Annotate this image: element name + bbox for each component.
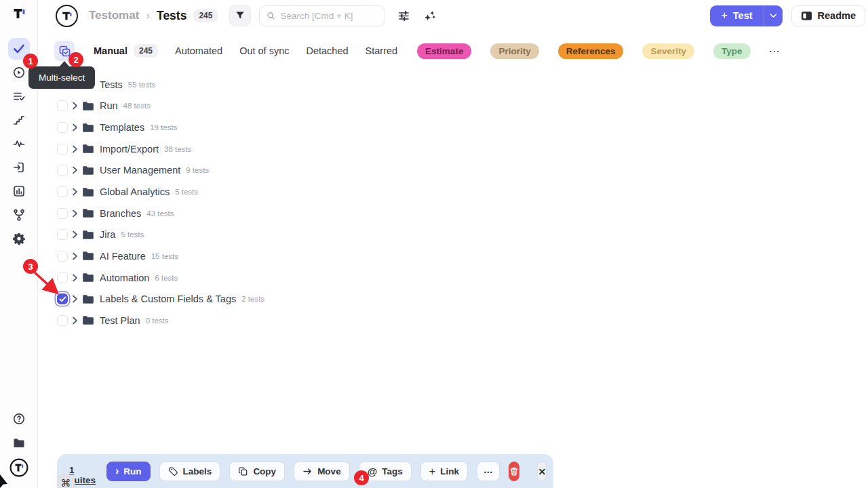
new-test-dropdown-button[interactable] <box>764 5 783 26</box>
row-checkbox[interactable] <box>57 144 68 155</box>
more-pills-button[interactable]: ⋯ <box>769 45 781 58</box>
mouse-cursor <box>0 473 11 488</box>
tab-manual-count-badge: 245 <box>134 44 158 58</box>
sidebar-item-plans[interactable] <box>8 85 30 107</box>
delete-button[interactable] <box>509 462 519 481</box>
row-checkbox[interactable] <box>57 165 68 176</box>
ai-sparkles-icon[interactable] <box>420 7 438 24</box>
close-icon: ✕ <box>538 466 546 477</box>
chevron-right-icon[interactable] <box>72 230 78 239</box>
more-actions-button[interactable]: ⋯ <box>477 462 500 481</box>
chevron-right-icon[interactable] <box>72 274 78 282</box>
suite-tree: Tests 55 tests Run 48 tests <box>54 74 868 331</box>
row-checkbox[interactable] <box>57 186 68 197</box>
suite-row[interactable]: User Management 9 tests <box>54 160 868 182</box>
row-checkbox[interactable] <box>57 229 68 240</box>
pill-type[interactable]: Type <box>713 43 751 59</box>
suite-label[interactable]: Branches <box>100 208 141 219</box>
chevron-right-icon[interactable] <box>72 209 78 218</box>
tags-label: Tags <box>382 466 403 476</box>
move-label: Move <box>317 466 341 476</box>
suite-row[interactable]: Branches 43 tests <box>54 203 868 224</box>
suite-label[interactable]: Jira <box>100 229 115 240</box>
row-checkbox[interactable] <box>57 315 68 326</box>
chevron-right-icon[interactable] <box>72 317 78 325</box>
tab-starred[interactable]: Starred <box>366 45 398 56</box>
suite-row[interactable]: Import/Export 38 tests <box>54 138 868 160</box>
breadcrumb-app[interactable]: Testomat <box>89 9 139 22</box>
help-icon[interactable] <box>8 408 30 430</box>
chevron-right-icon[interactable] <box>72 252 78 260</box>
search-input[interactable] <box>281 11 378 21</box>
tab-starred-label: Starred <box>366 45 398 56</box>
sidebar-item-pulse[interactable] <box>8 133 30 155</box>
suite-row[interactable]: Tests 55 tests <box>54 74 868 96</box>
tab-manual[interactable]: Manual 245 <box>94 44 158 58</box>
tab-detached[interactable]: Detached <box>306 45 348 56</box>
run-label: Run <box>123 466 141 476</box>
project-logo-icon[interactable] <box>56 5 78 27</box>
suite-row[interactable]: Labels & Custom Fields & Tags 2 tests <box>54 288 868 310</box>
sidebar-item-branches[interactable] <box>8 204 30 226</box>
run-button[interactable]: › Run <box>106 462 151 481</box>
pill-references[interactable]: References <box>558 43 624 59</box>
filter-button[interactable] <box>229 5 251 26</box>
row-checkbox[interactable] <box>57 251 68 262</box>
suite-label[interactable]: Test Plan <box>100 315 140 326</box>
suite-row[interactable]: Run 48 tests <box>54 96 868 117</box>
sidebar-item-settings[interactable] <box>8 228 30 249</box>
suite-label[interactable]: AI Feature <box>100 251 146 262</box>
suite-label[interactable]: User Management <box>100 165 180 176</box>
folder-icon <box>82 251 94 261</box>
suite-row[interactable]: Global Analytics 5 tests <box>54 181 868 203</box>
link-button[interactable]: + Link <box>420 462 468 481</box>
suite-row[interactable]: Test Plan 0 tests <box>54 310 868 331</box>
chevron-right-icon[interactable] <box>72 102 78 110</box>
page-title: Tests <box>157 9 186 23</box>
suite-row[interactable]: Templates 19 tests <box>54 117 868 138</box>
row-checkbox[interactable] <box>57 208 68 219</box>
copy-button[interactable]: Copy <box>229 462 285 481</box>
arrow-right-icon <box>302 466 313 476</box>
view-settings-icon[interactable] <box>395 7 412 24</box>
pill-priority[interactable]: Priority <box>490 43 538 59</box>
projects-folder-icon[interactable] <box>8 432 30 454</box>
readme-button[interactable]: Readme <box>791 5 865 26</box>
suite-test-count: 38 tests <box>164 145 191 153</box>
row-checkbox[interactable] <box>57 122 68 133</box>
close-bar-button[interactable]: ✕ <box>537 462 547 481</box>
suite-row[interactable]: Automation 6 tests <box>54 267 868 289</box>
chevron-right-icon[interactable] <box>72 188 78 196</box>
suite-test-count: 2 tests <box>241 295 264 303</box>
sidebar-item-steps[interactable] <box>8 109 30 131</box>
tab-automated[interactable]: Automated <box>175 45 222 56</box>
suite-label[interactable]: Run <box>100 100 118 111</box>
suite-row[interactable]: Jira 5 tests <box>54 224 868 245</box>
suite-label[interactable]: Templates <box>100 122 144 133</box>
sidebar-item-reports[interactable] <box>8 180 30 202</box>
tab-out-of-sync[interactable]: Out of sync <box>239 45 289 56</box>
suite-label[interactable]: Import/Export <box>100 144 159 155</box>
search-box[interactable] <box>259 5 385 26</box>
suite-label[interactable]: Labels & Custom Fields & Tags <box>100 293 236 304</box>
labels-label: Labels <box>183 466 212 476</box>
suite-label[interactable]: Automation <box>100 272 149 283</box>
tab-automated-label: Automated <box>175 45 222 56</box>
chevron-right-icon[interactable] <box>72 295 78 303</box>
move-button[interactable]: Move <box>294 462 350 481</box>
pill-estimate[interactable]: Estimate <box>417 43 471 59</box>
suite-row[interactable]: AI Feature 15 tests <box>54 245 868 267</box>
new-test-button[interactable]: + Test <box>710 5 763 26</box>
pill-severity[interactable]: Severity <box>642 43 694 59</box>
suite-label[interactable]: Global Analytics <box>100 186 170 197</box>
workspace-logo-icon[interactable] <box>8 457 30 479</box>
labels-button[interactable]: Labels <box>159 462 221 481</box>
chevron-right-icon[interactable] <box>72 145 78 153</box>
sidebar-menu <box>8 38 30 249</box>
annotation-arrow <box>28 270 69 302</box>
chevron-right-icon[interactable] <box>72 166 78 174</box>
chevron-right-icon[interactable] <box>72 123 78 131</box>
sidebar-item-import[interactable] <box>8 157 30 178</box>
suite-label[interactable]: Tests <box>100 79 123 90</box>
row-checkbox[interactable] <box>57 100 68 111</box>
